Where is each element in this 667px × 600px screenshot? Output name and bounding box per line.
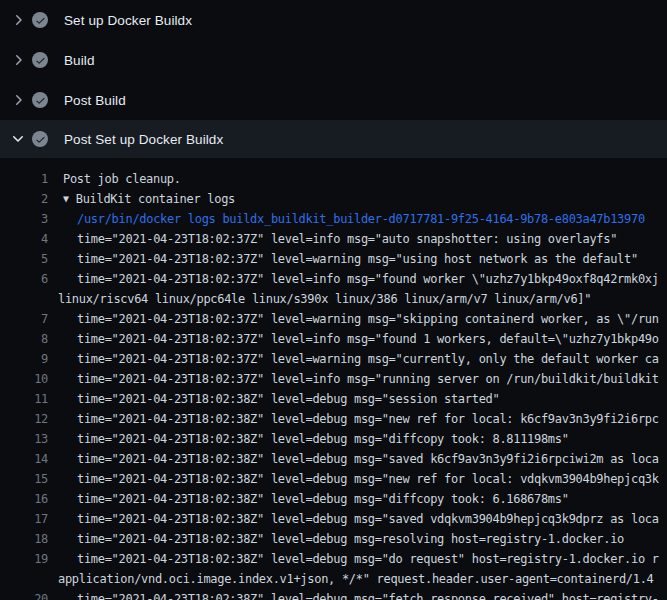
check-circle-icon xyxy=(32,52,48,68)
step-label: Post Set up Docker Buildx xyxy=(64,132,223,147)
log-line-number[interactable]: 4 xyxy=(0,229,48,249)
log-line-number[interactable]: 5 xyxy=(0,249,48,269)
log-line: 11 time="2021-04-23T18:02:38Z" level=deb… xyxy=(0,389,667,409)
log-line: 5 time="2021-04-23T18:02:37Z" level=warn… xyxy=(0,249,667,269)
log-line-text: time="2021-04-23T18:02:37Z" level=info m… xyxy=(77,329,659,349)
group-collapse-icon[interactable]: ▼ xyxy=(63,193,69,204)
log-line-number[interactable]: 20 xyxy=(0,589,48,600)
log-line-text: time="2021-04-23T18:02:38Z" level=debug … xyxy=(77,529,624,549)
step-label: Build xyxy=(64,53,95,68)
log-line: 10 time="2021-04-23T18:02:37Z" level=inf… xyxy=(0,369,667,389)
log-group-header[interactable]: ▼BuildKit container logs xyxy=(63,189,235,209)
log-line: 16 time="2021-04-23T18:02:38Z" level=deb… xyxy=(0,489,667,509)
log-line-text: time="2021-04-23T18:02:38Z" level=debug … xyxy=(77,589,659,600)
log-line-number[interactable]: 2 xyxy=(0,189,48,209)
chevron-right-icon[interactable] xyxy=(10,92,26,108)
log-line: 3 /usr/bin/docker logs buildx_buildkit_b… xyxy=(0,209,667,229)
log-viewer: 1 Post job cleanup. 2 ▼BuildKit containe… xyxy=(0,160,667,600)
log-line-number[interactable]: 10 xyxy=(0,369,48,389)
log-line-text: time="2021-04-23T18:02:38Z" level=debug … xyxy=(77,409,659,429)
log-line-number[interactable]: 9 xyxy=(0,349,48,369)
log-line: 12 time="2021-04-23T18:02:38Z" level=deb… xyxy=(0,409,667,429)
check-circle-icon xyxy=(32,131,48,147)
log-line-text: time="2021-04-23T18:02:38Z" level=debug … xyxy=(77,389,499,409)
chevron-right-icon[interactable] xyxy=(10,52,26,68)
log-line-number[interactable]: 19 xyxy=(0,549,48,569)
log-line: 17 time="2021-04-23T18:02:38Z" level=deb… xyxy=(0,509,667,529)
log-line: 4 time="2021-04-23T18:02:37Z" level=info… xyxy=(0,229,667,249)
log-line: 19 time="2021-04-23T18:02:38Z" level=deb… xyxy=(0,549,667,569)
step-row-set-up-docker-buildx[interactable]: Set up Docker Buildx xyxy=(0,0,667,40)
log-line-number[interactable]: 1 xyxy=(0,169,48,189)
log-line-number[interactable]: 3 xyxy=(0,209,48,229)
log-line-number[interactable]: 11 xyxy=(0,389,48,409)
check-circle-icon xyxy=(32,92,48,108)
log-line: 9 time="2021-04-23T18:02:37Z" level=warn… xyxy=(0,349,667,369)
log-line-text: time="2021-04-23T18:02:37Z" level=info m… xyxy=(77,269,659,289)
log-line-number[interactable]: 18 xyxy=(0,529,48,549)
log-line-number[interactable]: 13 xyxy=(0,429,48,449)
step-row-build[interactable]: Build xyxy=(0,40,667,80)
job-steps-panel: Set up Docker Buildx Build Post Build Po… xyxy=(0,0,667,158)
log-line: linux/riscv64 linux/ppc64le linux/s390x … xyxy=(0,289,667,309)
log-line-text: Post job cleanup. xyxy=(63,169,181,189)
log-line-number[interactable]: 6 xyxy=(0,269,48,289)
log-line-number[interactable]: 15 xyxy=(0,469,48,489)
log-line-number[interactable]: 7 xyxy=(0,309,48,329)
log-line-text: time="2021-04-23T18:02:38Z" level=debug … xyxy=(77,549,659,569)
log-line-text: linux/riscv64 linux/ppc64le linux/s390x … xyxy=(58,289,591,309)
log-line-text: /usr/bin/docker logs buildx_buildkit_bui… xyxy=(77,209,645,229)
log-line-text: time="2021-04-23T18:02:38Z" level=debug … xyxy=(77,429,569,449)
log-line: 15 time="2021-04-23T18:02:38Z" level=deb… xyxy=(0,469,667,489)
log-line: 13 time="2021-04-23T18:02:38Z" level=deb… xyxy=(0,429,667,449)
log-line-text: time="2021-04-23T18:02:38Z" level=debug … xyxy=(77,469,659,489)
log-line: application/vnd.oci.image.index.v1+json,… xyxy=(0,569,667,589)
check-circle-icon xyxy=(32,12,48,28)
log-line: 14 time="2021-04-23T18:02:38Z" level=deb… xyxy=(0,449,667,469)
step-row-post-build[interactable]: Post Build xyxy=(0,80,667,120)
log-line-number[interactable]: 16 xyxy=(0,489,48,509)
log-line-text: time="2021-04-23T18:02:37Z" level=warnin… xyxy=(77,249,638,269)
chevron-down-icon[interactable] xyxy=(10,131,26,147)
log-line: 1 Post job cleanup. xyxy=(0,169,667,189)
log-line: 18 time="2021-04-23T18:02:38Z" level=deb… xyxy=(0,529,667,549)
log-line-text: time="2021-04-23T18:02:37Z" level=warnin… xyxy=(77,309,659,329)
step-label: Post Build xyxy=(64,93,126,108)
log-line-text: time="2021-04-23T18:02:37Z" level=warnin… xyxy=(77,349,659,369)
step-row-post-set-up-docker-buildx[interactable]: Post Set up Docker Buildx xyxy=(0,120,667,158)
log-line-text: time="2021-04-23T18:02:38Z" level=debug … xyxy=(77,509,659,529)
log-line-text: time="2021-04-23T18:02:38Z" level=debug … xyxy=(77,489,569,509)
log-line: 6 time="2021-04-23T18:02:37Z" level=info… xyxy=(0,269,667,289)
log-line-number[interactable]: 17 xyxy=(0,509,48,529)
log-line: 2 ▼BuildKit container logs xyxy=(0,189,667,209)
log-line-text: application/vnd.oci.image.index.v1+json,… xyxy=(58,569,654,589)
log-line: 8 time="2021-04-23T18:02:37Z" level=info… xyxy=(0,329,667,349)
log-line-text: time="2021-04-23T18:02:38Z" level=debug … xyxy=(77,449,659,469)
log-line: 7 time="2021-04-23T18:02:37Z" level=warn… xyxy=(0,309,667,329)
log-line-number[interactable]: 14 xyxy=(0,449,48,469)
log-line-text: time="2021-04-23T18:02:37Z" level=info m… xyxy=(77,229,617,249)
log-line-text: time="2021-04-23T18:02:37Z" level=info m… xyxy=(77,369,659,389)
log-line-number[interactable]: 8 xyxy=(0,329,48,349)
step-label: Set up Docker Buildx xyxy=(64,13,192,28)
log-line: 20 time="2021-04-23T18:02:38Z" level=deb… xyxy=(0,589,667,600)
log-line-number[interactable]: 12 xyxy=(0,409,48,429)
chevron-right-icon[interactable] xyxy=(10,12,26,28)
